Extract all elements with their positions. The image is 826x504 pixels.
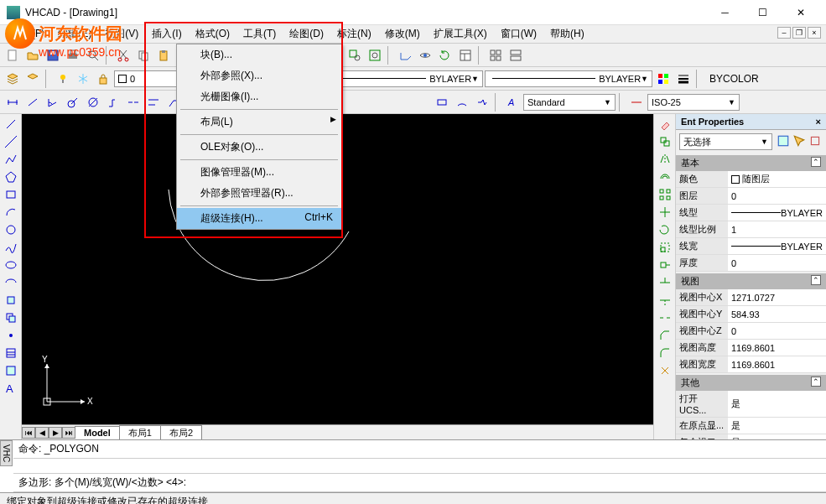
copy-object-icon[interactable] — [656, 133, 674, 150]
print-icon[interactable] — [64, 46, 82, 65]
dim-radius-icon[interactable] — [64, 93, 82, 112]
menu-item[interactable]: OLE对象(O)... — [177, 137, 341, 158]
tab-first-button[interactable]: ⏮ — [22, 427, 35, 439]
props-row[interactable]: 线型 BYLAYER — [676, 205, 826, 221]
menu-item[interactable]: 光栅图像(I)... — [177, 86, 341, 107]
stretch-icon[interactable] — [656, 257, 674, 273]
erase-icon[interactable] — [656, 116, 674, 132]
pline-icon[interactable] — [2, 151, 20, 168]
mdi-restore-button[interactable]: ❐ — [792, 27, 806, 39]
tab-last-button[interactable]: ⏭ — [62, 427, 75, 439]
menu-format[interactable]: 格式(O) — [189, 25, 236, 43]
toggle-pickadd-icon[interactable] — [808, 133, 823, 148]
trim-icon[interactable] — [656, 274, 674, 291]
menu-item[interactable]: 外部参照(X)... — [177, 65, 341, 86]
maximize-button[interactable]: ☐ — [744, 1, 782, 24]
mirror-icon[interactable] — [656, 151, 674, 168]
props-section-header[interactable]: 基本⌃ — [676, 155, 826, 171]
props-row[interactable]: 线型比例1 — [676, 221, 826, 238]
point-icon[interactable] — [2, 327, 20, 344]
region-icon[interactable] — [2, 362, 20, 379]
color-picker-icon[interactable] — [654, 70, 673, 88]
menu-file[interactable]: 文件(F) — [5, 25, 51, 43]
open-icon[interactable] — [23, 46, 42, 65]
menu-tools[interactable]: 工具(T) — [236, 25, 283, 43]
dim-baseline-icon[interactable] — [144, 93, 163, 112]
menu-dimension[interactable]: 标注(N) — [330, 25, 378, 43]
rectangle-icon[interactable] — [2, 186, 20, 203]
selection-combo[interactable]: 无选择▼ — [679, 133, 772, 150]
dim-continue-icon[interactable] — [124, 93, 143, 112]
menu-item[interactable]: 超级连接(H)...Ctrl+K — [177, 208, 341, 229]
mtext-icon[interactable]: A — [2, 380, 20, 397]
quick-select-icon[interactable] — [776, 133, 791, 148]
minimize-button[interactable]: ─ — [706, 1, 744, 24]
command-line[interactable]: VHC 命令: _POLYGON 多边形: 多个(M)/线宽(W)/<边数> <… — [0, 439, 826, 492]
properties-icon[interactable] — [456, 46, 475, 65]
menu-item[interactable]: 块(B)... — [177, 44, 341, 65]
grid-icon[interactable] — [486, 46, 505, 65]
menu-item[interactable]: 图像管理器(M)... — [177, 162, 341, 183]
regen-icon[interactable] — [436, 46, 455, 65]
paste-icon[interactable] — [154, 46, 173, 65]
menu-item[interactable]: 布局(L) — [177, 112, 341, 132]
props-row[interactable]: 视图中心Z0 — [676, 323, 826, 340]
command-tab[interactable]: VHC — [0, 440, 13, 466]
copy-icon[interactable] — [134, 46, 153, 65]
props-row[interactable]: 在原点显...是 — [676, 418, 826, 434]
spline-icon[interactable] — [2, 239, 20, 256]
circle-icon[interactable] — [2, 221, 20, 238]
break-icon[interactable] — [656, 309, 674, 326]
props-section-header[interactable]: 其他⌃ — [676, 375, 826, 391]
menu-modify[interactable]: 修改(M) — [378, 25, 427, 43]
cut-icon[interactable] — [114, 46, 132, 65]
zoom-extents-icon[interactable] — [366, 46, 384, 65]
explode-icon[interactable] — [656, 362, 674, 379]
array-icon[interactable] — [656, 186, 674, 203]
props-row[interactable]: 线宽 BYLAYER — [676, 238, 826, 255]
tab-layout-1[interactable]: 布局1 — [119, 425, 161, 440]
dim-angular-icon[interactable] — [44, 93, 62, 112]
preview-icon[interactable] — [84, 46, 102, 65]
insert-block-icon[interactable] — [2, 292, 20, 309]
layer-manager-icon[interactable] — [3, 70, 22, 88]
new-icon[interactable] — [3, 46, 22, 65]
polygon-icon[interactable] — [2, 169, 20, 185]
menu-help[interactable]: 帮助(H) — [543, 25, 591, 43]
fillet-icon[interactable] — [656, 345, 674, 361]
dim-diameter-icon[interactable] — [84, 93, 102, 112]
menu-view[interactable]: 视图(V) — [98, 25, 145, 43]
properties-close-icon[interactable]: × — [816, 117, 821, 127]
dim-arc-icon[interactable] — [453, 93, 471, 112]
chamfer-icon[interactable] — [656, 327, 674, 344]
dim-linear-icon[interactable] — [3, 93, 22, 112]
props-row[interactable]: 视图宽度1169.8601 — [676, 356, 826, 373]
props-row[interactable]: 打开UCS...是 — [676, 391, 826, 418]
props-row[interactable]: 厚度0 — [676, 255, 826, 272]
menu-window[interactable]: 窗口(W) — [494, 25, 543, 43]
tile-icon[interactable] — [507, 46, 525, 65]
layer-lock-icon[interactable] — [94, 70, 112, 88]
dim-tol-icon[interactable] — [433, 93, 451, 112]
offset-icon[interactable] — [656, 169, 674, 185]
props-row[interactable]: 视图高度1169.8601 — [676, 340, 826, 356]
menu-edit[interactable]: 编辑(E) — [51, 25, 98, 43]
linetype-combo-2[interactable]: BYLAYER ▼ — [485, 70, 652, 87]
select-objects-icon[interactable] — [792, 133, 807, 148]
save-icon[interactable] — [44, 46, 62, 65]
lineweight-icon[interactable] — [674, 70, 693, 88]
zoom-window-icon[interactable] — [345, 46, 364, 65]
tab-model[interactable]: Model — [75, 426, 120, 439]
view-icon[interactable] — [416, 46, 434, 65]
props-section-header[interactable]: 视图⌃ — [676, 273, 826, 289]
dim-aligned-icon[interactable] — [23, 93, 42, 112]
props-row[interactable]: 视图中心Y584.93 — [676, 306, 826, 323]
line-icon[interactable] — [2, 116, 20, 132]
ucs-icon[interactable] — [396, 46, 414, 65]
dim-jog-icon[interactable] — [473, 93, 491, 112]
tab-next-button[interactable]: ▶ — [49, 427, 62, 439]
layer-states-icon[interactable] — [23, 70, 42, 88]
cmd-prompt[interactable]: 多边形: 多个(M)/线宽(W)/<边数> <4>: — [13, 474, 826, 492]
dim-style-icon[interactable] — [627, 93, 646, 112]
rotate-icon[interactable] — [656, 221, 674, 238]
